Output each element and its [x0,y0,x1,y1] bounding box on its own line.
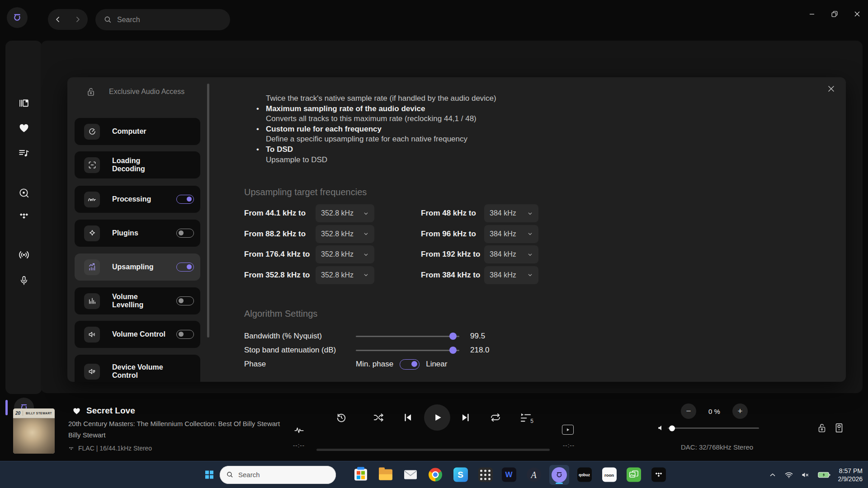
frequency-dropdown[interactable]: 352.8 kHz [316,225,374,243]
play-button[interactable] [424,404,450,431]
replay-button[interactable] [335,412,348,424]
app-logo-button[interactable] [7,7,28,28]
frequency-dropdown[interactable]: 384 kHz [484,204,538,222]
sidebar-item-radio[interactable] [18,249,30,261]
tray-volume-muted-icon[interactable] [801,470,810,479]
taskbar-app-file-explorer[interactable] [378,467,393,482]
frequency-row: From 96 kHz to384 kHz [421,225,538,243]
frequency-row: From 176.4 kHz to352.8 kHz [244,245,374,263]
sidebar-item-library[interactable] [18,98,29,109]
speaker-icon[interactable] [657,424,665,432]
plugins-toggle[interactable] [176,229,194,238]
sidebar-item-qobuz[interactable] [18,187,30,199]
taskbar-app-audirvana-active[interactable] [549,465,569,485]
artist-name[interactable]: Billy Stewart [68,431,106,439]
speaker-bars-icon [84,327,100,343]
taskbar-app-tidal[interactable] [651,467,666,482]
nav-back-button[interactable] [53,15,62,24]
tray-wifi-icon[interactable] [784,470,793,479]
bandwidth-slider[interactable] [356,336,459,337]
taskbar-app-store[interactable] [353,467,368,482]
volume-control-toggle[interactable] [176,330,194,339]
dialog-close-button[interactable] [824,82,838,95]
mini-player-button[interactable] [562,425,574,435]
window-restore-button[interactable] [827,6,842,22]
search-input[interactable] [117,16,217,24]
tray-chevron-up-icon[interactable] [769,471,777,479]
frequency-row: From 44.1 kHz to352.8 kHz [244,204,374,222]
start-button[interactable] [202,467,217,482]
output-device-icon[interactable] [833,422,845,434]
upsampling-toggle[interactable] [176,263,194,272]
frequencies-heading: Upsampling target frequencies [244,187,367,197]
nav-forward-button[interactable] [73,15,82,24]
taskbar-search[interactable] [220,466,336,484]
taskbar-app-roon[interactable]: roon [602,467,617,482]
menu-item-volume-control[interactable]: Volume Control [75,321,200,348]
menu-item-upsampling[interactable]: Upsampling [75,253,200,281]
window-close-button[interactable] [849,6,865,22]
a-script-icon: A [527,468,541,482]
settings-section-title: Exclusive Audio Access [109,88,184,96]
sparkle-icon [84,225,100,241]
menu-item-loading-decoding[interactable]: Loading Decoding [75,151,200,178]
tray-clock[interactable]: 8:57 PM 2/9/2026 [838,467,863,483]
phase-min-label: Min. phase [356,360,393,369]
volume-decrease-button[interactable]: − [681,404,696,419]
frequency-dropdown[interactable]: 352.8 kHz [316,245,374,263]
taskbar-app-mail[interactable] [403,467,418,482]
sidebar-item-tidal[interactable] [18,211,29,222]
volume-slider[interactable] [668,427,759,429]
album-title[interactable]: 20th Century Masters: The Millennium Col… [68,420,280,427]
queue-button[interactable]: 5 [519,411,533,424]
taskbar-app-waves[interactable]: W [501,467,516,482]
repeat-button[interactable] [490,412,502,424]
frequency-dropdown[interactable]: 384 kHz [484,245,538,263]
processing-toggle[interactable] [176,195,194,204]
favorite-heart-icon[interactable] [72,407,81,415]
volume-levelling-toggle[interactable] [176,296,194,305]
progress-bar[interactable] [316,449,550,451]
menu-scrollbar[interactable] [207,84,209,338]
taskbar-app-s-audio[interactable]: S [453,467,468,482]
shuffle-button[interactable] [373,412,385,424]
sidebar-active-indicator [5,400,8,415]
menu-item-device-volume-control[interactable]: Device Volume Control [75,355,200,382]
track-title[interactable]: Secret Love [86,406,135,416]
bandwidth-value: 99.5 [470,332,485,341]
audirvana-taskbar-icon [552,467,567,483]
taskbar-app-grid[interactable] [478,467,493,482]
menu-item-processing[interactable]: Processing [75,186,200,213]
sidebar-item-playlists[interactable] [18,147,30,159]
attenuation-slider[interactable] [356,350,459,351]
sidebar-item-podcasts[interactable] [19,275,29,286]
taskbar-app-audirvana-legacy[interactable]: A [526,467,541,482]
chrome-icon [429,468,442,482]
taskbar-app-photos[interactable] [626,467,641,482]
gauge-icon [84,124,100,140]
frequency-dropdown[interactable]: 384 kHz [484,266,538,284]
next-track-button[interactable] [460,412,472,423]
taskbar-app-qobuz[interactable]: qobuz [577,467,592,482]
volume-slider-knob[interactable] [669,425,675,431]
taskbar-app-chrome[interactable] [428,467,443,482]
volume-increase-button[interactable]: + [732,404,748,419]
album-artwork[interactable]: 20BILLY STEWART [13,408,55,454]
tidal-icon [18,211,29,222]
frequency-dropdown[interactable]: 352.8 kHz [316,266,374,284]
window-minimize-button[interactable] [804,6,820,22]
sidebar-item-favorites[interactable] [18,122,29,134]
microphone-icon [19,275,29,286]
volume-lock-icon[interactable] [816,422,828,434]
tray-battery-charging-icon[interactable] [818,471,830,479]
menu-item-volume-levelling[interactable]: Volume Levelling [75,287,200,314]
taskbar-search-input[interactable] [238,471,315,479]
menu-item-plugins[interactable]: Plugins [75,220,200,247]
app-window: Exclusive Audio Access Computer Loading … [0,0,868,488]
chevron-down-icon [363,231,369,237]
frequency-dropdown[interactable]: 352.8 kHz [316,204,374,222]
phase-toggle[interactable] [400,359,420,370]
menu-item-computer[interactable]: Computer [75,118,200,145]
previous-track-button[interactable] [402,412,414,423]
frequency-dropdown[interactable]: 384 kHz [484,225,538,243]
